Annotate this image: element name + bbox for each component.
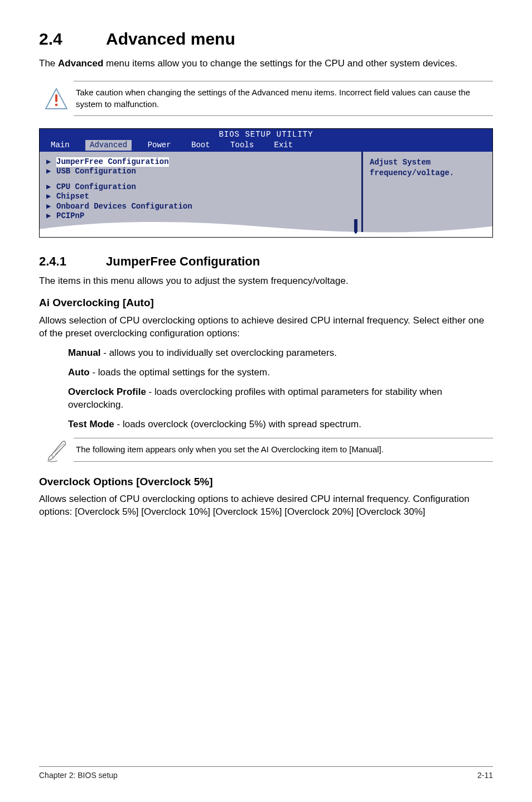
bios-item-onboard: ▶Onboard Devices Configuration (46, 202, 355, 212)
bios-tab-tools: Tools (226, 140, 258, 151)
triangle-icon: ▶ (46, 157, 56, 167)
opt-name: Manual (68, 347, 101, 358)
opt-manual: Manual - allows you to individually set … (68, 347, 493, 360)
subsection-intro: The items in this menu allows you to adj… (39, 275, 493, 288)
note-callout: The following item appears only when you… (39, 438, 493, 462)
bios-screenshot: BIOS SETUP UTILITY Main Advanced Power B… (39, 128, 493, 238)
bios-item-label: Onboard Devices Configuration (56, 202, 192, 212)
opt-overclock-profile: Overclock Profile - loads overclocking p… (68, 386, 493, 412)
bios-tab-advanced: Advanced (85, 140, 132, 151)
bios-item-label: CPU Configuration (56, 182, 136, 192)
bios-item-label: PCIPnP (56, 211, 84, 221)
triangle-icon: ▶ (46, 182, 56, 192)
opt-desc: - allows you to individually set overclo… (101, 347, 337, 358)
bios-item-label: USB Configuration (56, 167, 136, 177)
caution-callout: Take caution when changing the settings … (39, 81, 493, 116)
bios-item-label: Chipset (56, 192, 89, 202)
bios-item-usb: ▶USB Configuration (46, 167, 355, 177)
opt-desc: - loads overclock (overclocking 5%) with… (114, 419, 361, 429)
bios-help-line2: frequency/voltage. (370, 168, 486, 178)
bios-tab-power: Power (143, 140, 176, 151)
triangle-icon: ▶ (46, 202, 56, 212)
section-intro: The Advanced menu items allow you to cha… (39, 57, 493, 70)
opt-name: Auto (68, 367, 90, 378)
bios-tab-boot: Boot (187, 140, 215, 151)
bios-item-jumperfree: ▶JumperFree Configuration (46, 157, 355, 167)
caution-text: Take caution when changing the settings … (74, 81, 493, 116)
bios-tab-main: Main (46, 140, 74, 151)
bios-tab-exit: Exit (270, 140, 298, 151)
overclock-options-list: Manual - allows you to individually set … (68, 347, 493, 431)
section-title-text: Advanced menu (106, 30, 235, 48)
bios-item-chipset: ▶Chipset (46, 192, 355, 202)
subsection-number: 2.4.1 (39, 253, 106, 270)
bios-item-cpu: ▶CPU Configuration (46, 182, 355, 192)
triangle-icon: ▶ (46, 211, 56, 221)
subsection-title-text: JumperFree Configuration (106, 254, 260, 268)
bios-help-line1: Adjust System (370, 157, 486, 168)
opt-auto: Auto - loads the optimal settings for th… (68, 366, 493, 379)
footer-left: Chapter 2: BIOS setup (39, 770, 118, 781)
svg-point-2 (55, 103, 58, 106)
svg-rect-1 (55, 94, 57, 102)
section-number: 2.4 (39, 28, 106, 51)
triangle-icon: ▶ (46, 167, 56, 177)
overclock-options-body: Allows selection of CPU overclocking opt… (39, 493, 493, 519)
opt-desc: - loads the optimal settings for the sys… (90, 367, 270, 378)
caution-icon (39, 88, 74, 110)
overclock-options-heading: Overclock Options [Overclock 5%] (39, 475, 493, 489)
opt-name: Test Mode (68, 419, 114, 429)
note-icon (39, 438, 74, 462)
bios-left-pane: ▶JumperFree Configuration ▶USB Configura… (40, 152, 361, 237)
intro-post: menu items allow you to change the setti… (103, 58, 457, 69)
ai-overclocking-body: Allows selection of CPU overclocking opt… (39, 315, 493, 340)
opt-name: Overclock Profile (68, 386, 146, 397)
subsection-heading: 2.4.1JumperFree Configuration (39, 253, 493, 270)
bios-item-pcipnp: ▶PCIPnP (46, 211, 355, 221)
bios-gap (46, 177, 355, 182)
footer-right: 2-11 (477, 770, 493, 781)
bios-menu-bar: Main Advanced Power Boot Tools Exit (40, 140, 492, 152)
ai-overclocking-heading: Ai Overclocking [Auto] (39, 296, 493, 310)
opt-test-mode: Test Mode - loads overclock (overclockin… (68, 418, 493, 431)
bios-title: BIOS SETUP UTILITY (40, 129, 492, 140)
bios-right-pane: Adjust System frequency/voltage. (361, 152, 492, 237)
section-heading: 2.4Advanced menu (39, 28, 493, 51)
intro-bold: Advanced (58, 58, 103, 69)
triangle-icon: ▶ (46, 192, 56, 202)
note-text: The following item appears only when you… (74, 438, 493, 461)
intro-pre: The (39, 58, 58, 69)
bios-item-label: JumperFree Configuration (56, 157, 169, 167)
page-footer: Chapter 2: BIOS setup 2-11 (39, 766, 493, 781)
